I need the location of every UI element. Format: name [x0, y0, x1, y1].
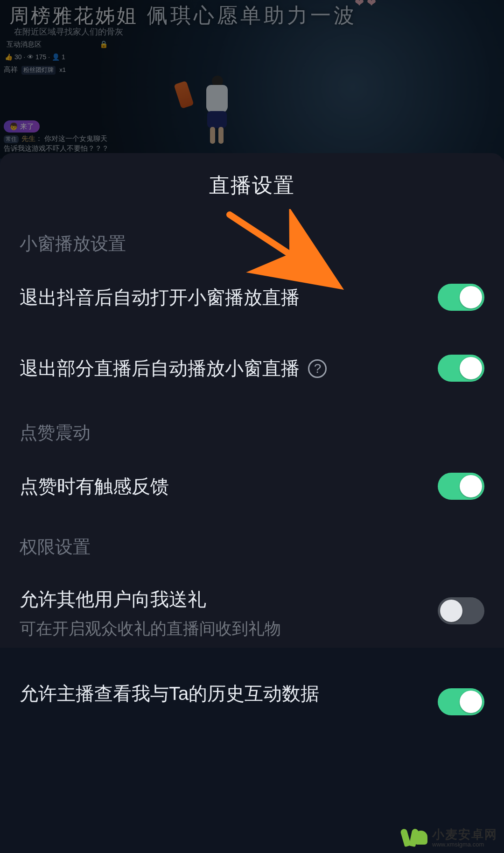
section-vibrate-label: 点赞震动	[0, 412, 504, 459]
watermark-title: 小麦安卓网	[432, 828, 497, 840]
row-label: 允许主播查看我与Ta的历史互动数据	[20, 683, 319, 704]
toggle-allow-history[interactable]	[438, 688, 484, 715]
toggle-haptic-like[interactable]	[438, 473, 484, 500]
row-allow-history[interactable]: 允许主播查看我与Ta的历史互动数据	[0, 654, 504, 721]
row-allow-gift[interactable]: 允许其他用户向我送礼 可在开启观众收礼的直播间收到礼物	[0, 573, 504, 654]
livestream-background: 佩琪心愿单助力一波 ❤❤ 周榜雅花姊姐 在附近区域寻找家人们的骨灰 互动消息区 …	[0, 0, 504, 159]
row-label: 退出抖音后自动打开小窗播放直播	[20, 287, 300, 308]
section-pip-label: 小窗播放设置	[0, 223, 504, 270]
toggle-pip-on-exit-app[interactable]	[438, 284, 484, 311]
row-pip-on-exit-live[interactable]: 退出部分直播后自动播放小窗直播 ?	[0, 325, 504, 412]
live-settings-sheet: 直播设置 小窗播放设置 退出抖音后自动打开小窗播放直播 退出部分直播后自动播放小…	[0, 153, 504, 648]
row-haptic-like[interactable]: 点赞时有触感反馈	[0, 459, 504, 514]
toggle-pip-on-exit-live[interactable]	[438, 355, 484, 382]
watermark-logo-icon	[399, 828, 428, 847]
row-label: 点赞时有触感反馈	[20, 476, 169, 496]
sheet-title: 直播设置	[0, 172, 504, 199]
toggle-allow-gift[interactable]	[438, 597, 484, 624]
site-watermark: 小麦安卓网 www.xmsigma.com	[395, 825, 501, 850]
row-sublabel: 可在开启观众收礼的直播间收到礼物	[20, 618, 438, 640]
row-label: 允许其他用户向我送礼	[20, 589, 206, 609]
section-permission-label: 权限设置	[0, 514, 504, 573]
row-label: 退出部分直播后自动播放小窗直播	[20, 358, 300, 378]
help-icon[interactable]: ?	[308, 359, 327, 378]
row-pip-on-exit-app[interactable]: 退出抖音后自动打开小窗播放直播	[0, 270, 504, 325]
watermark-url: www.xmsigma.com	[432, 841, 497, 847]
